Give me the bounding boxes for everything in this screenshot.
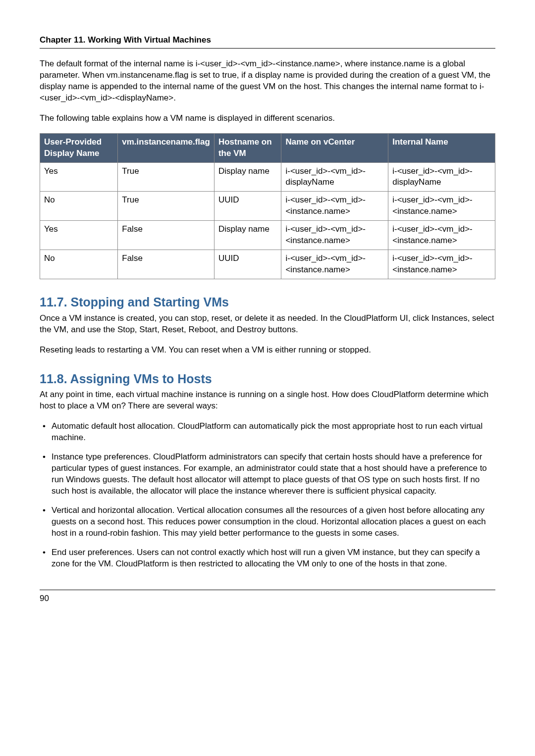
section-11-7-p2: Reseting leads to restarting a VM. You c… [40, 345, 495, 356]
cell: i-<user_id>-<vm_id>-<instance.name> [388, 221, 495, 250]
cell: i-<user_id>-<vm_id>-displayName [281, 162, 388, 192]
cell: No [40, 250, 118, 279]
col-header-internal-name: Internal Name [388, 133, 495, 162]
table-row: Yes True Display name i-<user_id>-<vm_id… [40, 162, 495, 192]
list-item: Vertical and horizontal allocation. Vert… [40, 505, 495, 539]
list-item: Automatic default host allocation. Cloud… [40, 421, 495, 444]
section-11-8-p1: At any point in time, each virtual machi… [40, 389, 495, 412]
cell: No [40, 192, 118, 221]
col-header-instancename-flag: vm.instancename.flag [118, 133, 214, 162]
cell: i-<user_id>-<vm_id>-<instance.name> [281, 221, 388, 250]
cell: Yes [40, 221, 118, 250]
cell: True [118, 192, 214, 221]
cell: UUID [214, 250, 281, 279]
cell: False [118, 221, 214, 250]
cell: i-<user_id>-<vm_id>-<instance.name> [281, 192, 388, 221]
cell: Display name [214, 162, 281, 192]
col-header-display-name: User-Provided Display Name [40, 133, 118, 162]
col-header-name-vcenter: Name on vCenter [281, 133, 388, 162]
chapter-header: Chapter 11. Working With Virtual Machine… [40, 35, 495, 49]
vm-name-table: User-Provided Display Name vm.instancena… [40, 133, 495, 279]
cell: True [118, 162, 214, 192]
cell: False [118, 250, 214, 279]
intro-paragraph-1: The default format of the internal name … [40, 58, 495, 104]
page-footer: 90 [40, 590, 495, 605]
cell: UUID [214, 192, 281, 221]
cell: i-<user_id>-<vm_id>-<instance.name> [281, 250, 388, 279]
cell: Display name [214, 221, 281, 250]
table-row: No False UUID i-<user_id>-<vm_id>-<insta… [40, 250, 495, 279]
cell: i-<user_id>-<vm_id>-<instance.name> [388, 192, 495, 221]
cell: i-<user_id>-<vm_id>-displayName [388, 162, 495, 192]
cell: i-<user_id>-<vm_id>-<instance.name> [388, 250, 495, 279]
section-11-7-title: 11.7. Stopping and Starting VMs [40, 294, 495, 311]
col-header-hostname: Hostname on the VM [214, 133, 281, 162]
section-11-8-bullets: Automatic default host allocation. Cloud… [40, 421, 495, 569]
table-header-row: User-Provided Display Name vm.instancena… [40, 133, 495, 162]
table-row: No True UUID i-<user_id>-<vm_id>-<instan… [40, 192, 495, 221]
page-number: 90 [40, 594, 49, 603]
intro-paragraph-2: The following table explains how a VM na… [40, 113, 495, 124]
section-11-8-title: 11.8. Assigning VMs to Hosts [40, 371, 495, 388]
section-11-7-p1: Once a VM instance is created, you can s… [40, 313, 495, 336]
table-row: Yes False Display name i-<user_id>-<vm_i… [40, 221, 495, 250]
list-item: End user preferences. Users can not cont… [40, 547, 495, 570]
cell: Yes [40, 162, 118, 192]
list-item: Instance type preferences. CloudPlatform… [40, 452, 495, 497]
